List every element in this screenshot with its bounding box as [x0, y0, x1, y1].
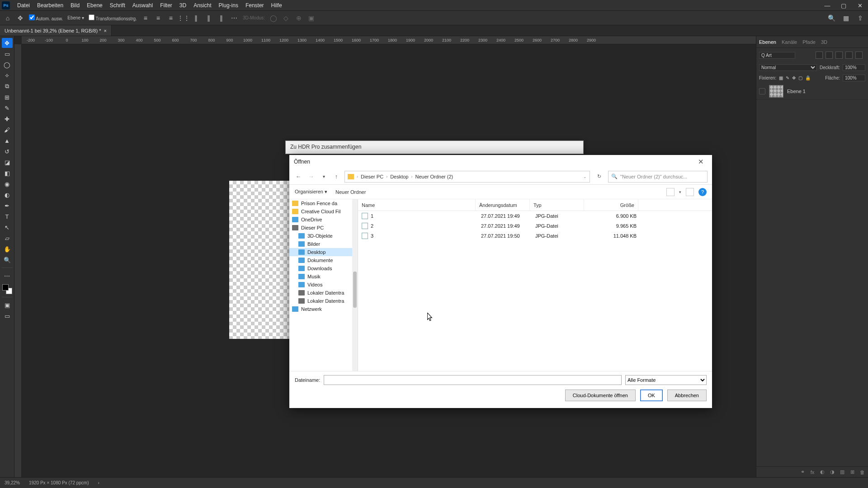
cancel-button[interactable]: Abbrechen: [667, 389, 707, 401]
menu-3d[interactable]: 3D: [176, 2, 190, 9]
tab-layers[interactable]: Ebenen: [759, 39, 776, 45]
col-name[interactable]: Name: [358, 199, 476, 211]
minimize-button[interactable]: —: [819, 0, 835, 11]
nav-recent-button[interactable]: ▾: [319, 172, 328, 181]
filter-smart-icon[interactable]: [855, 52, 863, 59]
link-layers-icon[interactable]: ⚭: [799, 469, 806, 475]
align-left-icon[interactable]: ≡: [142, 14, 150, 22]
new-folder-button[interactable]: Neuer Ordner: [335, 189, 366, 195]
layer-filter-input[interactable]: [759, 52, 795, 59]
edit-toolbar-icon[interactable]: ⋯: [2, 271, 13, 281]
close-button[interactable]: ✕: [852, 0, 868, 11]
dodge-tool[interactable]: ◐: [2, 190, 13, 200]
col-size[interactable]: Größe: [584, 199, 638, 211]
new-layer-icon[interactable]: ⊞: [849, 469, 855, 475]
zoom-tool[interactable]: 🔍: [2, 255, 13, 265]
layer-dropdown[interactable]: Ebene ▾: [67, 15, 84, 20]
fill-input[interactable]: [843, 75, 865, 81]
eyedropper-tool[interactable]: ✎: [2, 103, 13, 113]
col-date[interactable]: Änderungsdatum: [476, 199, 530, 211]
align-v1-icon[interactable]: ‖: [192, 14, 200, 22]
menu-bearbeiten[interactable]: Bearbeiten: [33, 2, 67, 9]
magic-wand-tool[interactable]: ✧: [2, 70, 13, 80]
file-row[interactable]: 327.07.2021 19:50JPG-Datei11.048 KB: [358, 231, 712, 241]
more-icon[interactable]: ⋯: [230, 14, 238, 22]
tree-lokaler-datentra[interactable]: Lokaler Datentra: [289, 297, 358, 305]
marquee-tool[interactable]: ▭: [2, 49, 13, 59]
path-selection-tool[interactable]: ↖: [2, 222, 13, 232]
col-type[interactable]: Typ: [530, 199, 584, 211]
layer-thumbnail[interactable]: [769, 85, 783, 98]
lock-all-icon[interactable]: 🔒: [805, 75, 811, 80]
brush-tool[interactable]: 🖌: [2, 125, 13, 135]
tree-dieser-pc[interactable]: Dieser PC: [289, 224, 358, 232]
dialog-close-button[interactable]: ✕: [694, 158, 708, 166]
menu-auswahl[interactable]: Auswahl: [129, 2, 156, 9]
filter-pixel-icon[interactable]: [816, 52, 823, 59]
healing-brush-tool[interactable]: ✚: [2, 114, 13, 124]
frame-tool[interactable]: ⊞: [2, 92, 13, 102]
file-row[interactable]: 227.07.2021 19:49JPG-Datei9.965 KB: [358, 221, 712, 231]
preview-pane-button[interactable]: [686, 188, 694, 196]
distribute-icon[interactable]: ⋮⋮: [179, 14, 188, 22]
status-arrow-icon[interactable]: ›: [98, 480, 99, 485]
align-center-icon[interactable]: ≡: [154, 14, 162, 22]
column-headers[interactable]: Name Änderungsdatum Typ Größe: [358, 199, 712, 211]
search-icon[interactable]: 🔍: [827, 14, 835, 22]
crop-tool[interactable]: ⧉: [2, 81, 13, 91]
menu-ebene[interactable]: Ebene: [83, 2, 106, 9]
type-tool[interactable]: T: [2, 211, 13, 221]
delete-layer-icon[interactable]: 🗑: [859, 469, 865, 475]
pen-tool[interactable]: ✒: [2, 201, 13, 211]
tab-paths[interactable]: Pfade: [802, 39, 816, 45]
menu-bild[interactable]: Bild: [67, 2, 83, 9]
view-mode-button[interactable]: [666, 188, 675, 196]
gradient-tool[interactable]: ◧: [2, 168, 13, 178]
tree-netzwerk[interactable]: Netzwerk: [289, 305, 358, 313]
history-brush-tool[interactable]: ↺: [2, 146, 13, 156]
view-dropdown-icon[interactable]: ▾: [679, 190, 681, 194]
tree-creative-cloud-fil[interactable]: Creative Cloud Fil: [289, 207, 358, 216]
breadcrumb-desktop[interactable]: Desktop: [390, 174, 408, 179]
menu-fenster[interactable]: Fenster: [242, 2, 268, 9]
tree-videos[interactable]: Videos: [289, 281, 358, 289]
align-v2-icon[interactable]: ‖: [205, 14, 213, 22]
tree-scrollbar[interactable]: [352, 199, 358, 371]
nav-up-button[interactable]: ↑: [332, 172, 341, 181]
blur-tool[interactable]: ◉: [2, 179, 13, 189]
eraser-tool[interactable]: ◪: [2, 157, 13, 167]
blend-mode-select[interactable]: Normal: [759, 64, 817, 71]
fx-icon[interactable]: fx: [809, 469, 816, 475]
maximize-button[interactable]: ▢: [835, 0, 852, 11]
breadcrumb-folder[interactable]: Neuer Ordner (2): [415, 174, 453, 179]
organize-button[interactable]: Organisieren ▾: [295, 189, 327, 195]
align-v3-icon[interactable]: ‖: [217, 14, 226, 22]
breadcrumb-pc[interactable]: Dieser PC: [361, 174, 383, 179]
hand-tool[interactable]: ✋: [2, 244, 13, 254]
tree-lokaler-datentra[interactable]: Lokaler Datentra: [289, 289, 358, 297]
workspace-icon[interactable]: ▦: [842, 14, 850, 22]
transform-controls-checkbox[interactable]: [89, 14, 94, 20]
tree-3d-objekte[interactable]: 3D-Objekte: [289, 232, 358, 240]
share-icon[interactable]: ⇪: [856, 14, 864, 22]
lock-artboard-icon[interactable]: ▢: [798, 75, 802, 80]
search-box[interactable]: 🔍 "Neuer Ordner (2)" durchsuc...: [608, 171, 708, 183]
menu-schrift[interactable]: Schrift: [106, 2, 129, 9]
help-button[interactable]: ?: [698, 188, 707, 196]
filter-type-icon[interactable]: [835, 52, 843, 59]
tree-prison-fence-da[interactable]: Prison Fence da: [289, 199, 358, 207]
menu-hilfe[interactable]: Hilfe: [268, 2, 286, 9]
home-icon[interactable]: ⌂: [4, 14, 12, 22]
mask-icon[interactable]: ◐: [819, 469, 826, 475]
tab-channels[interactable]: Kanäle: [782, 39, 797, 45]
cloud-documents-button[interactable]: Cloud-Dokumente öffnen: [565, 389, 636, 401]
tree-desktop[interactable]: Desktop: [289, 248, 358, 256]
color-swatch[interactable]: [2, 284, 12, 294]
filename-input[interactable]: [324, 375, 622, 385]
menu-filter[interactable]: Filter: [156, 2, 176, 9]
zoom-level[interactable]: 39,22%: [5, 480, 20, 485]
file-row[interactable]: 127.07.2021 19:49JPG-Datei6.900 KB: [358, 211, 712, 221]
lock-position-icon[interactable]: ✥: [792, 75, 796, 80]
quickmask-icon[interactable]: ▣: [2, 300, 13, 310]
document-tab[interactable]: Unbenannt-1 bei 39,2% (Ebene 1, RGB/8) *…: [0, 25, 112, 36]
